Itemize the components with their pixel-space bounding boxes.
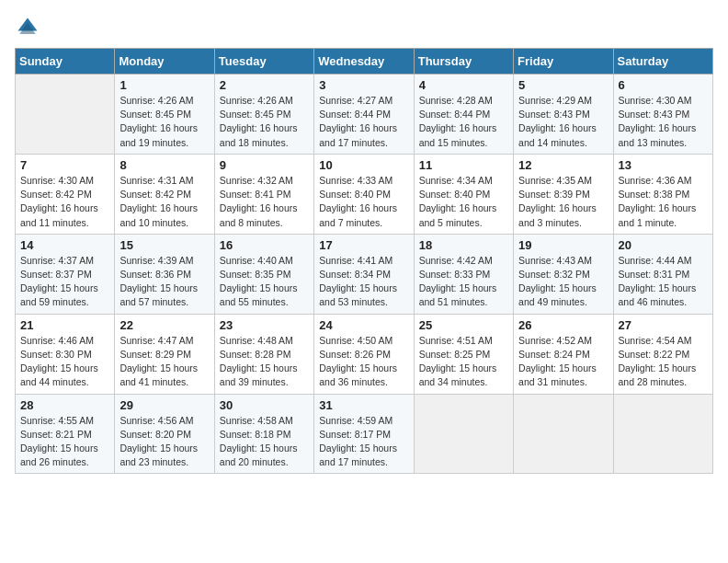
calendar-cell — [16, 75, 115, 155]
day-number: 10 — [319, 158, 408, 172]
cell-text: Sunrise: 4:29 AM Sunset: 8:43 PM Dayligh… — [518, 94, 608, 150]
weekday-header: Thursday — [414, 49, 513, 75]
calendar-cell: 5Sunrise: 4:29 AM Sunset: 8:43 PM Daylig… — [514, 75, 613, 155]
calendar-cell — [613, 394, 712, 474]
calendar-cell: 23Sunrise: 4:48 AM Sunset: 8:28 PM Dayli… — [214, 314, 313, 394]
cell-text: Sunrise: 4:48 AM Sunset: 8:28 PM Dayligh… — [220, 334, 309, 390]
calendar-cell: 3Sunrise: 4:27 AM Sunset: 8:44 PM Daylig… — [314, 75, 414, 155]
day-number: 1 — [119, 78, 209, 92]
day-number: 9 — [220, 158, 309, 172]
logo — [15, 15, 44, 40]
cell-text: Sunrise: 4:58 AM Sunset: 8:18 PM Dayligh… — [220, 414, 309, 470]
calendar-cell: 25Sunrise: 4:51 AM Sunset: 8:25 PM Dayli… — [414, 314, 513, 394]
calendar-cell: 27Sunrise: 4:54 AM Sunset: 8:22 PM Dayli… — [613, 314, 712, 394]
cell-text: Sunrise: 4:55 AM Sunset: 8:21 PM Dayligh… — [20, 414, 109, 470]
day-number: 20 — [619, 238, 708, 252]
day-number: 27 — [619, 318, 708, 332]
weekday-header: Friday — [514, 49, 613, 75]
cell-text: Sunrise: 4:46 AM Sunset: 8:30 PM Dayligh… — [20, 334, 109, 390]
logo-icon — [15, 15, 40, 40]
cell-text: Sunrise: 4:56 AM Sunset: 8:20 PM Dayligh… — [119, 414, 209, 470]
day-number: 24 — [319, 318, 408, 332]
calendar-cell: 10Sunrise: 4:33 AM Sunset: 8:40 PM Dayli… — [314, 154, 414, 234]
calendar-cell: 22Sunrise: 4:47 AM Sunset: 8:29 PM Dayli… — [115, 314, 214, 394]
day-number: 26 — [518, 318, 608, 332]
calendar-table: SundayMondayTuesdayWednesdayThursdayFrid… — [15, 48, 713, 474]
cell-text: Sunrise: 4:27 AM Sunset: 8:44 PM Dayligh… — [319, 94, 408, 150]
weekday-header: Sunday — [16, 49, 115, 75]
cell-text: Sunrise: 4:37 AM Sunset: 8:37 PM Dayligh… — [20, 254, 109, 310]
calendar-cell: 2Sunrise: 4:26 AM Sunset: 8:45 PM Daylig… — [214, 75, 313, 155]
cell-text: Sunrise: 4:35 AM Sunset: 8:39 PM Dayligh… — [518, 174, 608, 230]
day-number: 14 — [20, 238, 109, 252]
calendar-cell: 20Sunrise: 4:44 AM Sunset: 8:31 PM Dayli… — [613, 234, 712, 314]
cell-text: Sunrise: 4:43 AM Sunset: 8:32 PM Dayligh… — [518, 254, 608, 310]
calendar-cell: 1Sunrise: 4:26 AM Sunset: 8:45 PM Daylig… — [115, 75, 214, 155]
day-number: 7 — [20, 158, 109, 172]
cell-text: Sunrise: 4:44 AM Sunset: 8:31 PM Dayligh… — [619, 254, 708, 310]
calendar-cell: 28Sunrise: 4:55 AM Sunset: 8:21 PM Dayli… — [16, 394, 115, 474]
day-number: 16 — [220, 238, 309, 252]
calendar-cell: 24Sunrise: 4:50 AM Sunset: 8:26 PM Dayli… — [314, 314, 414, 394]
day-number: 25 — [419, 318, 508, 332]
day-number: 31 — [319, 398, 408, 412]
cell-text: Sunrise: 4:42 AM Sunset: 8:33 PM Dayligh… — [419, 254, 508, 310]
cell-text: Sunrise: 4:30 AM Sunset: 8:42 PM Dayligh… — [20, 174, 109, 230]
day-number: 21 — [20, 318, 109, 332]
cell-text: Sunrise: 4:51 AM Sunset: 8:25 PM Dayligh… — [419, 334, 508, 390]
day-number: 5 — [518, 78, 608, 92]
day-number: 17 — [319, 238, 408, 252]
calendar-cell: 9Sunrise: 4:32 AM Sunset: 8:41 PM Daylig… — [214, 154, 313, 234]
cell-text: Sunrise: 4:33 AM Sunset: 8:40 PM Dayligh… — [319, 174, 408, 230]
day-number: 11 — [419, 158, 508, 172]
calendar-cell: 26Sunrise: 4:52 AM Sunset: 8:24 PM Dayli… — [514, 314, 613, 394]
cell-text: Sunrise: 4:50 AM Sunset: 8:26 PM Dayligh… — [319, 334, 408, 390]
day-number: 6 — [619, 78, 708, 92]
day-number: 30 — [220, 398, 309, 412]
cell-text: Sunrise: 4:26 AM Sunset: 8:45 PM Dayligh… — [119, 94, 209, 150]
day-number: 3 — [319, 78, 408, 92]
cell-text: Sunrise: 4:26 AM Sunset: 8:45 PM Dayligh… — [220, 94, 309, 150]
cell-text: Sunrise: 4:52 AM Sunset: 8:24 PM Dayligh… — [518, 334, 608, 390]
calendar-cell: 21Sunrise: 4:46 AM Sunset: 8:30 PM Dayli… — [16, 314, 115, 394]
day-number: 2 — [220, 78, 309, 92]
calendar-cell: 19Sunrise: 4:43 AM Sunset: 8:32 PM Dayli… — [514, 234, 613, 314]
weekday-header: Monday — [115, 49, 214, 75]
calendar-cell — [414, 394, 513, 474]
weekday-header: Tuesday — [214, 49, 313, 75]
cell-text: Sunrise: 4:39 AM Sunset: 8:36 PM Dayligh… — [119, 254, 209, 310]
cell-text: Sunrise: 4:54 AM Sunset: 8:22 PM Dayligh… — [619, 334, 708, 390]
calendar-cell: 12Sunrise: 4:35 AM Sunset: 8:39 PM Dayli… — [514, 154, 613, 234]
calendar-cell: 30Sunrise: 4:58 AM Sunset: 8:18 PM Dayli… — [214, 394, 313, 474]
calendar-cell: 14Sunrise: 4:37 AM Sunset: 8:37 PM Dayli… — [16, 234, 115, 314]
header — [15, 15, 713, 40]
calendar-cell: 15Sunrise: 4:39 AM Sunset: 8:36 PM Dayli… — [115, 234, 214, 314]
calendar-cell: 7Sunrise: 4:30 AM Sunset: 8:42 PM Daylig… — [16, 154, 115, 234]
day-number: 4 — [419, 78, 508, 92]
day-number: 18 — [419, 238, 508, 252]
calendar-cell: 31Sunrise: 4:59 AM Sunset: 8:17 PM Dayli… — [314, 394, 414, 474]
cell-text: Sunrise: 4:34 AM Sunset: 8:40 PM Dayligh… — [419, 174, 508, 230]
day-number: 13 — [619, 158, 708, 172]
day-number: 28 — [20, 398, 109, 412]
weekday-header: Wednesday — [314, 49, 414, 75]
calendar-cell — [514, 394, 613, 474]
day-number: 29 — [119, 398, 209, 412]
day-number: 12 — [518, 158, 608, 172]
calendar-cell: 11Sunrise: 4:34 AM Sunset: 8:40 PM Dayli… — [414, 154, 513, 234]
cell-text: Sunrise: 4:36 AM Sunset: 8:38 PM Dayligh… — [619, 174, 708, 230]
cell-text: Sunrise: 4:47 AM Sunset: 8:29 PM Dayligh… — [119, 334, 209, 390]
calendar-cell: 18Sunrise: 4:42 AM Sunset: 8:33 PM Dayli… — [414, 234, 513, 314]
calendar-cell: 16Sunrise: 4:40 AM Sunset: 8:35 PM Dayli… — [214, 234, 313, 314]
day-number: 8 — [119, 158, 209, 172]
day-number: 19 — [518, 238, 608, 252]
calendar-header: SundayMondayTuesdayWednesdayThursdayFrid… — [16, 49, 713, 75]
weekday-header: Saturday — [613, 49, 712, 75]
cell-text: Sunrise: 4:40 AM Sunset: 8:35 PM Dayligh… — [220, 254, 309, 310]
cell-text: Sunrise: 4:28 AM Sunset: 8:44 PM Dayligh… — [419, 94, 508, 150]
calendar-cell: 29Sunrise: 4:56 AM Sunset: 8:20 PM Dayli… — [115, 394, 214, 474]
cell-text: Sunrise: 4:31 AM Sunset: 8:42 PM Dayligh… — [119, 174, 209, 230]
cell-text: Sunrise: 4:30 AM Sunset: 8:43 PM Dayligh… — [619, 94, 708, 150]
cell-text: Sunrise: 4:41 AM Sunset: 8:34 PM Dayligh… — [319, 254, 408, 310]
calendar-cell: 13Sunrise: 4:36 AM Sunset: 8:38 PM Dayli… — [613, 154, 712, 234]
